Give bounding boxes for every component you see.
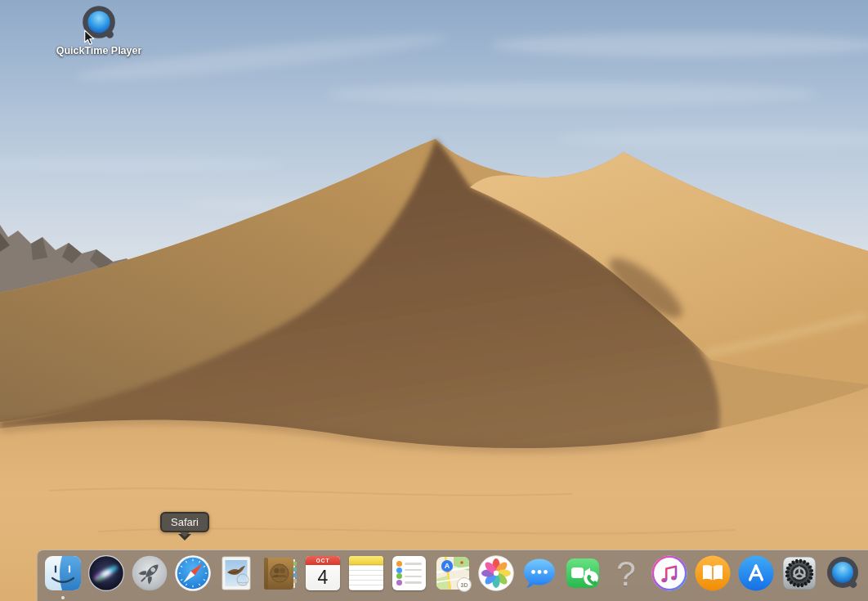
dock-item-facetime[interactable] <box>564 554 602 592</box>
dock: OCT 4 <box>37 549 868 601</box>
facetime-camera-icon <box>564 554 602 592</box>
maps-pin-a: A <box>441 560 453 572</box>
quicktime-desktop-shortcut[interactable]: QuickTime Player <box>34 3 164 56</box>
app-store-a-icon <box>737 554 775 592</box>
dock-items: OCT 4 <box>38 550 868 592</box>
dock-item-maps[interactable]: A 3D <box>434 554 472 592</box>
dock-item-contacts[interactable] <box>261 554 298 592</box>
dock-item-siri[interactable] <box>87 554 125 592</box>
calendar-month: OCT <box>306 556 340 565</box>
messages-bubble-icon <box>521 554 558 592</box>
calendar-day: 4 <box>306 565 340 590</box>
maps-3d-badge: 3D <box>457 577 472 592</box>
dock-item-app-store[interactable] <box>737 554 775 592</box>
calendar-icon: OCT 4 <box>306 556 340 590</box>
dock-item-quicktime[interactable] <box>824 554 861 592</box>
dock-item-photos[interactable] <box>477 554 515 592</box>
safari-tooltip: Safari <box>160 512 209 532</box>
dock-item-system-preferences[interactable] <box>781 554 818 592</box>
dock-item-launchpad[interactable] <box>131 554 168 592</box>
reminders-icon <box>392 556 426 590</box>
safari-tooltip-text: Safari <box>171 516 199 528</box>
finder-icon <box>44 554 82 592</box>
quicktime-icon <box>79 3 119 43</box>
quicktime-icon <box>824 554 861 592</box>
dock-item-finder[interactable] <box>44 554 82 592</box>
macos-desktop: QuickTime Player Safari <box>0 0 868 601</box>
notes-yellow-band <box>349 556 383 565</box>
dock-item-messages[interactable] <box>521 554 558 592</box>
itunes-note-icon <box>651 554 688 592</box>
dock-item-safari[interactable] <box>174 554 212 592</box>
question-mark-icon: ? <box>607 554 645 592</box>
books-open-book-icon <box>694 554 732 592</box>
dock-item-books[interactable] <box>694 554 732 592</box>
photos-pinwheel-icon <box>477 554 515 592</box>
notes-icon <box>349 556 383 590</box>
dock-item-notes[interactable] <box>347 554 385 592</box>
mail-stamp-icon <box>217 554 255 592</box>
dock-item-mail[interactable] <box>217 554 255 592</box>
dock-item-missing-app[interactable]: ? <box>607 554 645 592</box>
quicktime-desktop-label: QuickTime Player <box>34 45 164 56</box>
dock-item-itunes[interactable] <box>651 554 688 592</box>
dock-item-calendar[interactable]: OCT 4 <box>304 554 342 592</box>
launchpad-rocket-icon <box>131 554 168 592</box>
safari-compass-icon <box>174 554 212 592</box>
contacts-book-icon <box>261 554 298 592</box>
system-preferences-gear-icon <box>781 554 818 592</box>
siri-icon <box>87 554 125 592</box>
dock-item-reminders[interactable] <box>391 554 428 592</box>
wallpaper-mojave-dunes <box>0 0 868 601</box>
